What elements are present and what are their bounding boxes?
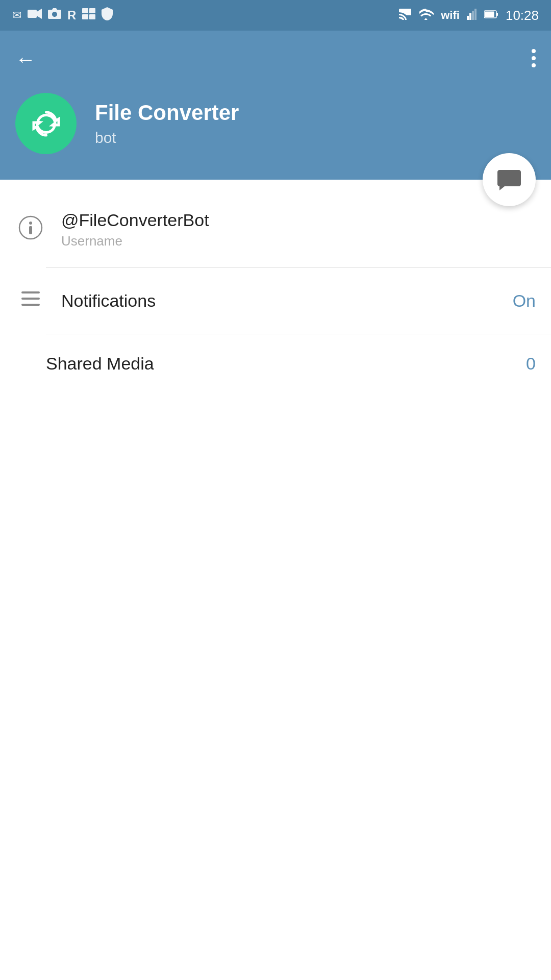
profile-section: File Converter bot	[0, 88, 551, 180]
svg-marker-1	[37, 9, 42, 19]
wifi-icon	[419, 9, 434, 22]
svg-rect-8	[472, 11, 474, 20]
r-app-icon: R	[67, 8, 76, 22]
notifications-value: On	[513, 291, 536, 311]
battery-icon	[484, 10, 498, 21]
back-button[interactable]: ←	[15, 49, 36, 69]
notifications-row[interactable]: Notifications On	[0, 268, 551, 334]
camera-icon	[48, 8, 61, 22]
svg-rect-2	[82, 8, 88, 13]
notifications-icon	[15, 287, 46, 314]
more-dot-3	[532, 63, 536, 67]
svg-rect-12	[496, 13, 498, 16]
refresh-icon	[30, 107, 63, 140]
svg-rect-11	[485, 12, 494, 17]
svg-rect-17	[29, 226, 32, 234]
svg-rect-6	[467, 16, 469, 20]
more-dot-1	[532, 49, 536, 53]
notifications-label: Notifications	[61, 291, 497, 311]
chat-bubble-icon	[497, 169, 521, 190]
username-row: @FileConverterBot Username	[0, 190, 551, 267]
svg-rect-20	[21, 304, 40, 306]
svg-point-16	[29, 222, 32, 225]
svg-rect-9	[474, 9, 477, 20]
shield-icon	[102, 7, 113, 23]
more-dot-2	[532, 56, 536, 60]
signal-icon	[467, 9, 477, 22]
content-area: @FileConverterBot Username Notifications…	[0, 180, 551, 393]
svg-rect-4	[82, 14, 88, 19]
shared-media-row[interactable]: Shared Media 0	[0, 334, 551, 393]
svg-rect-5	[89, 14, 95, 19]
username-info: @FileConverterBot Username	[61, 210, 536, 249]
gallery-icon	[82, 8, 95, 22]
app-bar: ←	[0, 31, 551, 88]
status-time: 10:28	[506, 8, 539, 23]
svg-rect-18	[21, 291, 40, 293]
avatar	[15, 93, 77, 154]
profile-info: File Converter bot	[95, 101, 239, 146]
mail-icon: ✉	[12, 9, 21, 22]
info-circle-icon	[15, 215, 46, 244]
status-bar: ✉ R wifi	[0, 0, 551, 31]
video-camera-icon	[28, 9, 42, 22]
profile-name: File Converter	[95, 101, 239, 125]
username-value: @FileConverterBot	[61, 210, 536, 230]
svg-rect-19	[21, 298, 40, 300]
svg-rect-0	[28, 10, 37, 18]
username-label: Username	[61, 233, 536, 249]
profile-subtitle: bot	[95, 129, 239, 146]
svg-rect-3	[89, 8, 95, 13]
shared-media-label: Shared Media	[46, 354, 511, 374]
cast-icon	[399, 9, 412, 22]
status-left-icons: ✉ R	[12, 7, 113, 23]
network-type-label: wifi	[441, 9, 460, 22]
shared-media-value: 0	[526, 354, 536, 374]
status-right-icons: wifi 10:28	[399, 8, 539, 23]
more-button[interactable]	[532, 49, 536, 69]
svg-rect-7	[469, 13, 471, 20]
chat-fab-button[interactable]	[483, 153, 536, 206]
